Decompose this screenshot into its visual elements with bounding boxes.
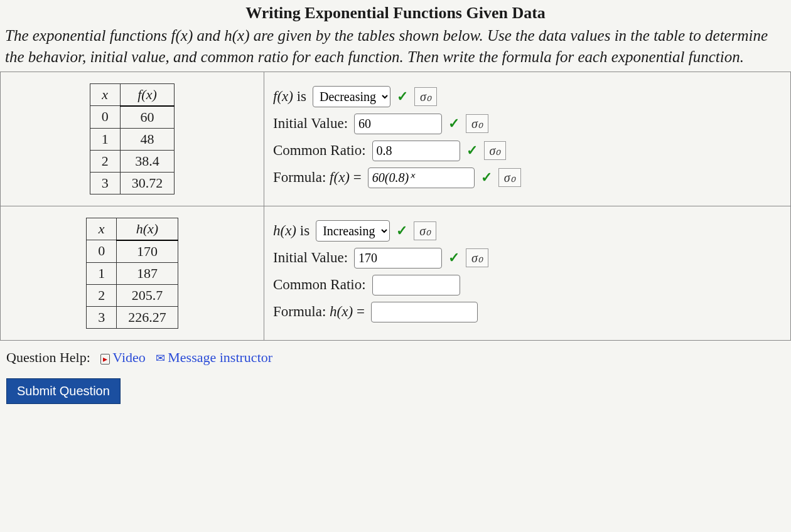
- f-answers-cell: f(x) is Decreasing ✓ σ₀ Initial Value: ✓…: [264, 72, 791, 206]
- h-behavior-row: h(x) is Increasing ✓ σ₀: [273, 220, 782, 242]
- f-ratio-input[interactable]: [372, 141, 460, 161]
- table-row: 148: [90, 128, 175, 150]
- h-table-cell: x h(x) 0170 1187 2205.7 3226.27: [1, 206, 264, 340]
- feedback-button[interactable]: σ₀: [484, 141, 507, 160]
- feedback-button[interactable]: σ₀: [466, 114, 488, 133]
- fx-math: f(x): [171, 27, 193, 44]
- table-row: 1187: [87, 262, 178, 284]
- question-help: Question Help: ▸Video ✉Message instructo…: [0, 341, 791, 375]
- feedback-button[interactable]: σ₀: [414, 221, 436, 240]
- ratio-label: Common Ratio:: [273, 142, 366, 159]
- submit-button[interactable]: Submit Question: [6, 378, 121, 404]
- f-data-table: x f(x) 060 148 238.4 330.72: [90, 83, 175, 194]
- f-behavior-select[interactable]: Decreasing: [313, 86, 390, 107]
- message-instructor-link[interactable]: ✉Message instructor: [156, 349, 272, 365]
- feedback-button[interactable]: σ₀: [466, 248, 488, 267]
- is-label: is: [293, 88, 306, 104]
- fx-label: f(x): [273, 88, 293, 104]
- prompt-text: and: [197, 27, 225, 44]
- check-icon: ✓: [448, 250, 460, 266]
- table-row: 238.4: [90, 150, 175, 172]
- feedback-button[interactable]: σ₀: [498, 168, 521, 187]
- f-formula-input[interactable]: [368, 168, 475, 188]
- video-link[interactable]: ▸Video: [100, 349, 145, 365]
- formula-label: Formula:: [273, 169, 330, 185]
- check-icon: ✓: [481, 169, 492, 186]
- formula-label: Formula:: [273, 304, 330, 319]
- table-row: 330.72: [90, 172, 175, 194]
- mail-icon: ✉: [156, 352, 165, 364]
- f-behavior-row: f(x) is Decreasing ✓ σ₀: [273, 86, 782, 107]
- check-icon: ✓: [466, 142, 478, 159]
- fx-label: f(x): [330, 169, 350, 185]
- equals: =: [350, 169, 362, 185]
- h-answers-cell: h(x) is Increasing ✓ σ₀ Initial Value: ✓…: [264, 206, 791, 340]
- x-val: 1: [90, 128, 120, 150]
- prompt-text: The exponential functions: [5, 27, 171, 44]
- h-ratio-row: Common Ratio:: [273, 275, 782, 295]
- y-val: 48: [120, 128, 175, 150]
- x-val: 1: [87, 262, 117, 284]
- check-icon: ✓: [448, 115, 460, 132]
- h-formula-input[interactable]: [371, 302, 478, 322]
- help-label: Question Help:: [6, 349, 90, 365]
- h-initial-row: Initial Value: ✓ σ₀: [273, 248, 782, 269]
- x-val: 3: [90, 172, 120, 194]
- y-val: 170: [117, 240, 178, 263]
- col-fx: f(x): [120, 83, 175, 106]
- video-text: Video: [112, 349, 145, 365]
- answer-grid: x f(x) 060 148 238.4 330.72 f(x) is Decr…: [0, 72, 791, 341]
- y-val: 38.4: [120, 150, 175, 172]
- table-row: 3226.27: [87, 306, 178, 328]
- h-row: x h(x) 0170 1187 2205.7 3226.27 h(x) is …: [1, 206, 791, 340]
- x-val: 2: [87, 284, 117, 306]
- y-val: 205.7: [117, 284, 178, 306]
- col-x: x: [90, 83, 120, 106]
- col-x: x: [87, 218, 117, 240]
- h-ratio-input[interactable]: [372, 275, 460, 295]
- h-behavior-select[interactable]: Increasing: [316, 220, 390, 242]
- y-val: 30.72: [120, 172, 175, 194]
- question-prompt: The exponential functions f(x) and h(x) …: [0, 25, 791, 72]
- f-table-cell: x f(x) 060 148 238.4 330.72: [1, 72, 264, 206]
- f-formula-row: Formula: f(x) = ✓ σ₀: [273, 168, 782, 188]
- col-hx: h(x): [117, 218, 178, 240]
- h-initial-input[interactable]: [354, 248, 442, 269]
- is-label: is: [296, 223, 309, 238]
- h-data-table: x h(x) 0170 1187 2205.7 3226.27: [86, 218, 178, 329]
- hx-label: h(x): [330, 304, 353, 319]
- x-val: 0: [87, 240, 117, 263]
- check-icon: ✓: [396, 223, 407, 239]
- video-icon: ▸: [100, 354, 110, 364]
- x-val: 3: [87, 306, 117, 328]
- table-row: 0170: [87, 240, 178, 263]
- hx-math: h(x): [224, 27, 249, 44]
- y-val: 187: [117, 262, 178, 284]
- check-icon: ✓: [397, 88, 408, 105]
- h-formula-row: Formula: h(x) =: [273, 302, 782, 322]
- ratio-label: Common Ratio:: [273, 277, 366, 293]
- y-val: 226.27: [117, 306, 178, 328]
- y-val: 60: [120, 106, 175, 129]
- initial-label: Initial Value:: [273, 250, 348, 266]
- table-row: 2205.7: [87, 284, 178, 306]
- f-initial-input[interactable]: [354, 114, 442, 134]
- x-val: 0: [90, 106, 120, 129]
- message-text: Message instructor: [168, 349, 272, 365]
- hx-label: h(x): [273, 223, 296, 238]
- equals: =: [353, 304, 365, 319]
- f-row: x f(x) 060 148 238.4 330.72 f(x) is Decr…: [1, 72, 791, 206]
- f-ratio-row: Common Ratio: ✓ σ₀: [273, 141, 782, 161]
- f-initial-row: Initial Value: ✓ σ₀: [273, 114, 782, 134]
- table-row: 060: [90, 106, 175, 129]
- initial-label: Initial Value:: [273, 115, 348, 132]
- feedback-button[interactable]: σ₀: [414, 87, 437, 106]
- x-val: 2: [90, 150, 120, 172]
- page-title: Writing Exponential Functions Given Data: [0, 0, 791, 25]
